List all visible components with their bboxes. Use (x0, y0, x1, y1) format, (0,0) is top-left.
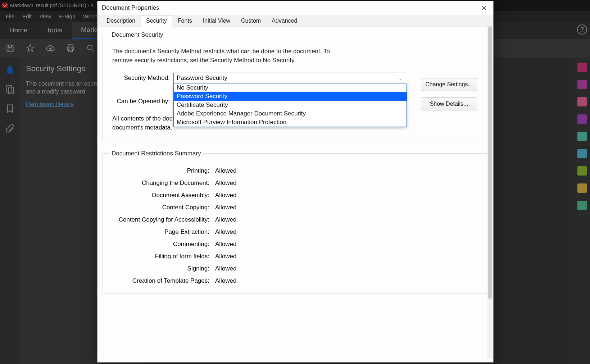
restriction-value: Allowed (215, 228, 481, 236)
close-icon[interactable] (479, 3, 489, 13)
restriction-value: Allowed (215, 204, 481, 211)
tab-initial-view[interactable]: Initial View (198, 15, 236, 27)
option-password-security[interactable]: Password Security (174, 92, 407, 101)
restrictions-group: Document Restrictions Summary Printing:A… (103, 150, 488, 294)
restriction-key: Page Extraction: (112, 228, 209, 236)
restrictions-grid: Printing:AllowedChanging the Document:Al… (112, 167, 481, 285)
restriction-value: Allowed (215, 192, 481, 199)
dialog-titlebar: Document Properties (97, 1, 493, 15)
restriction-value: Allowed (215, 265, 481, 272)
restriction-value: Allowed (215, 216, 481, 223)
restriction-value: Allowed (215, 179, 481, 187)
option-aem-security[interactable]: Adobe Experience Manager Document Securi… (174, 109, 407, 118)
option-purview-security[interactable]: Microsoft Purview Information Protection (174, 118, 407, 127)
tab-description[interactable]: Description (101, 15, 141, 27)
dialog-title: Document Properties (102, 4, 159, 12)
tab-custom[interactable]: Custom (236, 15, 266, 27)
security-method-select[interactable]: Password Security No Security Password S… (173, 73, 406, 83)
option-certificate-security[interactable]: Certificate Security (174, 101, 407, 109)
change-settings-button[interactable]: Change Settings... (421, 78, 477, 91)
restriction-key: Printing: (112, 167, 209, 174)
restriction-key: Creation of Template Pages: (112, 277, 209, 285)
security-method-label: Security Method: (116, 74, 170, 82)
security-method-selectbox[interactable]: Password Security (173, 73, 406, 83)
restriction-key: Content Copying: (112, 204, 209, 211)
tab-security[interactable]: Security (141, 15, 172, 27)
document-properties-dialog: Document Properties Description Security… (97, 1, 494, 363)
restriction-value: Allowed (215, 253, 481, 260)
restriction-key: Changing the Document: (112, 179, 209, 187)
document-security-group: Document Security The document's Securit… (103, 31, 488, 141)
restrictions-legend: Document Restrictions Summary (109, 150, 203, 157)
dialog-body: Document Security The document's Securit… (97, 27, 493, 362)
chevron-down-icon (399, 76, 403, 80)
option-no-security[interactable]: No Security (174, 83, 407, 92)
security-buttons: Change Settings... Show Details... (421, 78, 477, 110)
dialog-tabs: Description Security Fonts Initial View … (97, 15, 493, 27)
tab-fonts[interactable]: Fonts (172, 15, 198, 27)
tab-advanced[interactable]: Advanced (266, 15, 303, 27)
opened-by-label: Can be Opened by: (116, 98, 170, 105)
show-details-button[interactable]: Show Details... (421, 97, 477, 110)
security-method-dropdown: No Security Password Security Certificat… (173, 83, 407, 127)
security-method-selected: Password Security (177, 74, 227, 82)
document-security-legend: Document Security (109, 31, 165, 38)
restriction-value: Allowed (215, 167, 481, 174)
restriction-key: Commenting: (112, 241, 209, 248)
dialog-scrollbar-thumb[interactable] (488, 26, 492, 299)
restriction-key: Filling of form fields: (112, 253, 209, 260)
security-hint: The document's Security Method restricts… (112, 47, 335, 65)
dialog-scrollbar-track[interactable] (487, 26, 493, 359)
restriction-key: Content Copying for Accessibility: (112, 216, 209, 223)
restriction-value: Allowed (215, 241, 481, 248)
restriction-value: Allowed (215, 277, 481, 285)
restriction-key: Document Assembly: (112, 192, 209, 199)
restriction-key: Signing: (112, 265, 209, 272)
